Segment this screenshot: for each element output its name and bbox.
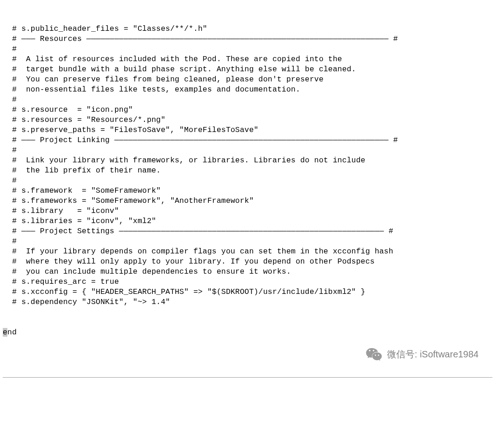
code-line: # you can include multiple dependencies … [3, 267, 492, 277]
code-line: # Link your library with frameworks, or … [3, 155, 492, 166]
code-line: # [3, 145, 492, 155]
code-line: # If your library depends on compiler fl… [3, 247, 492, 257]
cursor-highlight: e [3, 328, 7, 337]
code-line-end: end [3, 327, 492, 338]
wechat-watermark: 微信号: iSoftware1984 [365, 345, 479, 363]
code-line: # s.requires_arc = true [3, 277, 492, 287]
bottom-divider [3, 377, 492, 378]
code-line: # ――― Project Linking ――――――――――――――――――… [3, 135, 492, 145]
code-line: # [3, 176, 492, 186]
code-line: # s.framework = "SomeFramework" [3, 186, 492, 196]
code-block: # s.public_header_files = "Classes/**/*.… [3, 4, 492, 368]
code-line: # s.public_header_files = "Classes/**/*.… [3, 24, 492, 34]
code-line: # where they will only apply to your lib… [3, 257, 492, 267]
code-line: # You can preserve files from being clea… [3, 75, 492, 85]
code-lines: # s.public_header_files = "Classes/**/*.… [3, 24, 492, 307]
code-line: # ――― Resources ――――――――――――――――――――――――… [3, 34, 492, 44]
end-token-rest: nd [7, 328, 17, 337]
watermark-text: 微信号: iSoftware1984 [387, 349, 479, 359]
code-line: # target bundle with a build phase scrip… [3, 64, 492, 75]
code-line: # s.frameworks = "SomeFramework", "Anoth… [3, 196, 492, 206]
code-line: # non-essential files like tests, exampl… [3, 85, 492, 95]
code-line: # A list of resources included with the … [3, 54, 492, 64]
code-line: # [3, 44, 492, 54]
code-line: # [3, 236, 492, 247]
code-line: # s.preserve_paths = "FilesToSave", "Mor… [3, 125, 492, 135]
code-line: # s.libraries = "iconv", "xml2" [3, 216, 492, 226]
wechat-icon [365, 345, 383, 363]
code-line: # ――― Project Settings ―――――――――――――――――… [3, 226, 492, 236]
code-line: # s.resources = "Resources/*.png" [3, 115, 492, 125]
code-line: # s.xcconfig = { "HEADER_SEARCH_PATHS" =… [3, 287, 492, 297]
code-line: # s.library = "iconv" [3, 206, 492, 216]
code-line: # s.resource = "icon.png" [3, 105, 492, 115]
code-line: # the lib prefix of their name. [3, 166, 492, 176]
code-line: # [3, 95, 492, 105]
code-line: # s.dependency "JSONKit", "~> 1.4" [3, 297, 492, 307]
